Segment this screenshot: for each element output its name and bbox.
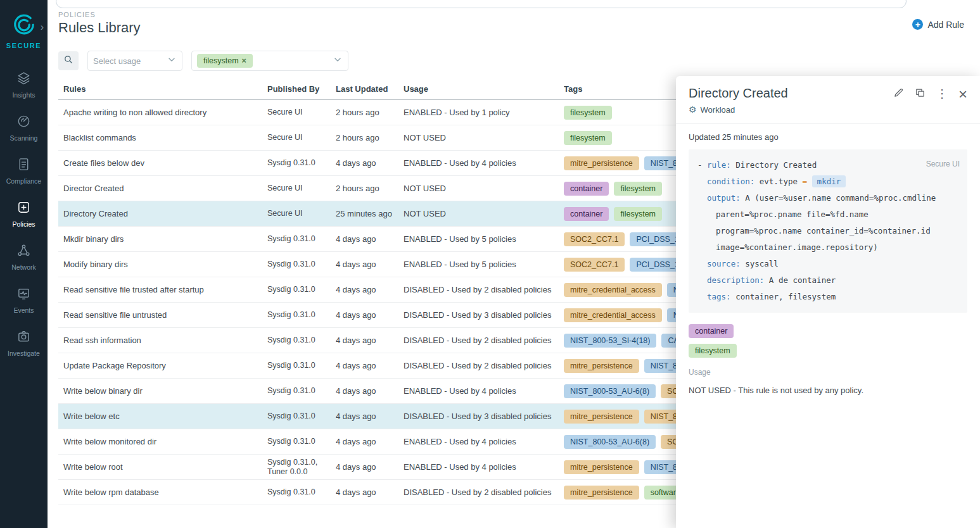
usage-cell: DISABLED - Used by 2 disabled policies xyxy=(404,285,564,294)
tag-chip: container xyxy=(564,182,609,196)
sidebar-item-compliance[interactable]: Compliance xyxy=(0,149,48,192)
sidebar-item-label: Policies xyxy=(12,220,35,228)
tag-chip: container xyxy=(564,207,609,221)
edit-icon[interactable] xyxy=(893,87,904,101)
published-by: Sysdig 0.31.0 xyxy=(267,361,336,370)
published-by: Sysdig 0.31.0 xyxy=(267,412,336,421)
published-by: Secure UI xyxy=(267,133,336,142)
sidebar-item-label: Insights xyxy=(12,91,35,99)
chevron-down-icon xyxy=(333,54,343,67)
more-options-icon[interactable]: ⋮ xyxy=(936,89,948,99)
tags-filter-select[interactable]: filesystem× xyxy=(191,51,348,71)
usage-cell: NOT USED xyxy=(404,184,564,193)
sidebar-nav: InsightsScanningCompliancePoliciesNetwor… xyxy=(0,63,48,365)
published-by: Sysdig 0.31.0 xyxy=(267,260,336,269)
remove-filter-icon[interactable]: × xyxy=(242,56,246,65)
sidebar: › SECURE InsightsScanningCompliancePolic… xyxy=(0,0,48,528)
sidebar-item-investigate[interactable]: Investigate xyxy=(0,322,48,365)
mkdir-token: mkdir xyxy=(812,175,846,187)
tag-chip: SOC2_CC7.1 xyxy=(564,232,625,246)
rule-name[interactable]: Blacklist commands xyxy=(58,133,267,142)
sidebar-item-insights[interactable]: Insights xyxy=(0,63,48,106)
add-rule-button[interactable]: + Add Rule xyxy=(912,19,964,30)
yaml-description-line: description: A de container xyxy=(697,272,958,289)
rule-name[interactable]: Apache writing to non allowed directory xyxy=(58,108,267,117)
search-button[interactable] xyxy=(58,51,79,70)
sidebar-item-label: Network xyxy=(11,263,36,271)
usage-cell: DISABLED - Used by 2 disabled policies xyxy=(404,361,564,370)
published-by: Secure UI xyxy=(267,108,336,117)
tag-chip: mitre_credential_access xyxy=(564,283,662,297)
published-by: Sysdig 0.31.0 xyxy=(267,158,336,168)
usage-cell: ENABLED - Used by 4 policies xyxy=(404,158,564,168)
column-header: Rules xyxy=(58,84,267,94)
usage-cell: DISABLED - Used by 2 disabled policies xyxy=(404,336,564,345)
sidebar-item-policies[interactable]: Policies xyxy=(0,192,48,236)
last-updated: 4 days ago xyxy=(336,386,404,396)
rule-name[interactable]: Directory Created xyxy=(58,209,267,218)
rule-name[interactable]: Write below etc xyxy=(58,412,267,421)
rule-detail-panel: Directory Created ⋮ × ⚙ Workload Updated… xyxy=(676,76,980,528)
column-header: Usage xyxy=(404,84,564,94)
published-by: Secure UI xyxy=(267,184,336,193)
tag-chip: SOC2_CC7.1 xyxy=(564,258,625,272)
published-by: Sysdig 0.31.0 xyxy=(267,310,336,320)
rule-tag-chip: filesystem xyxy=(689,344,737,358)
rule-yaml-block: Secure UI - rule: Directory Created cond… xyxy=(689,149,967,313)
close-icon[interactable]: × xyxy=(958,89,967,99)
rule-name[interactable]: Director Created xyxy=(58,184,267,193)
tag-chip: mitre_persistence xyxy=(564,410,639,424)
updated-timestamp: Updated 25 minutes ago xyxy=(689,132,967,142)
last-updated: 2 hours ago xyxy=(336,108,404,117)
usage-cell: NOT USED xyxy=(404,209,564,218)
filter-bar: Select usage filesystem× xyxy=(58,50,972,72)
rule-name[interactable]: Read sensitive file untrusted xyxy=(58,310,267,320)
published-by: Sysdig 0.31.0 xyxy=(267,234,336,244)
rule-name[interactable]: Write below binary dir xyxy=(58,386,267,396)
rule-name[interactable]: Modify binary dirs xyxy=(58,260,267,269)
rule-name[interactable]: Read ssh information xyxy=(58,336,267,345)
column-header: Published By xyxy=(267,84,336,94)
last-updated: 4 days ago xyxy=(336,158,404,168)
usage-section-label: Usage xyxy=(689,368,967,377)
usage-cell: ENABLED - Used by 4 policies xyxy=(404,386,564,396)
rule-name[interactable]: Read sensitive file trusted after startu… xyxy=(58,285,267,294)
usage-cell: ENABLED - Used by 4 policies xyxy=(404,462,564,472)
last-updated: 4 days ago xyxy=(336,234,404,244)
tag-chip: filesystem xyxy=(614,207,662,221)
last-updated: 4 days ago xyxy=(336,462,404,472)
rule-name[interactable]: Write below rpm database xyxy=(58,487,267,497)
sidebar-item-network[interactable]: Network xyxy=(0,236,48,279)
rule-name[interactable]: Write below monitored dir xyxy=(58,437,267,446)
divider xyxy=(676,123,980,123)
tag-chip: mitre_persistence xyxy=(564,460,639,474)
insights-icon xyxy=(16,71,31,88)
sidebar-collapse-icon[interactable]: › xyxy=(41,22,44,33)
rule-name[interactable]: Create files below dev xyxy=(58,158,267,168)
browser-address-bar[interactable] xyxy=(56,0,907,8)
last-updated: 4 days ago xyxy=(336,412,404,421)
rule-name[interactable]: Mkdir binary dirs xyxy=(58,234,267,244)
sidebar-item-events[interactable]: Events xyxy=(0,279,48,322)
sidebar-item-label: Investigate xyxy=(8,349,40,357)
rule-name[interactable]: Write below root xyxy=(58,462,267,472)
published-by: Sysdig 0.31.0 xyxy=(267,437,336,446)
tag-chip: mitre_persistence xyxy=(564,156,639,170)
rule-name[interactable]: Update Package Repository xyxy=(58,361,267,370)
filter-tag-chip[interactable]: filesystem× xyxy=(197,54,253,68)
filter-chips: filesystem× xyxy=(197,54,253,68)
usage-cell: DISABLED - Used by 3 disabled policies xyxy=(404,412,564,421)
compliance-icon xyxy=(16,157,31,174)
breadcrumb: POLICIES xyxy=(58,11,96,18)
published-by: Sysdig 0.31.0 xyxy=(267,336,336,345)
last-updated: 4 days ago xyxy=(336,437,404,446)
usage-cell: DISABLED - Used by 2 disabled policies xyxy=(404,487,564,497)
last-updated: 4 days ago xyxy=(336,487,404,497)
last-updated: 25 minutes ago xyxy=(336,209,404,218)
rule-publisher: Secure UI xyxy=(926,156,960,172)
usage-cell: NOT USED xyxy=(404,133,564,142)
sidebar-item-scanning[interactable]: Scanning xyxy=(0,106,48,149)
copy-icon[interactable] xyxy=(915,87,926,101)
policies-icon xyxy=(16,200,31,217)
usage-filter-select[interactable]: Select usage xyxy=(87,51,182,71)
